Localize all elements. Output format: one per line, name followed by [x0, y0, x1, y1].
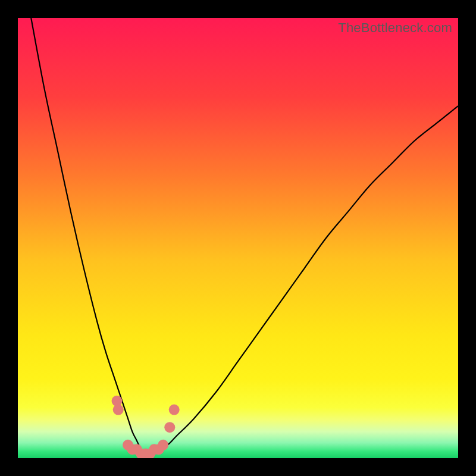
watermark-text: TheBottleneck.com [338, 20, 452, 36]
marker-dot [158, 440, 168, 450]
marker-dot [113, 405, 124, 415]
curve-left [31, 18, 163, 454]
plot-area: TheBottleneck.com [18, 18, 458, 458]
highlight-dots [112, 396, 180, 458]
marker-dot [169, 405, 180, 415]
curve-right [137, 106, 458, 455]
chart-frame: TheBottleneck.com [0, 0, 476, 476]
marker-dot [164, 422, 175, 433]
curves-layer [18, 18, 458, 458]
